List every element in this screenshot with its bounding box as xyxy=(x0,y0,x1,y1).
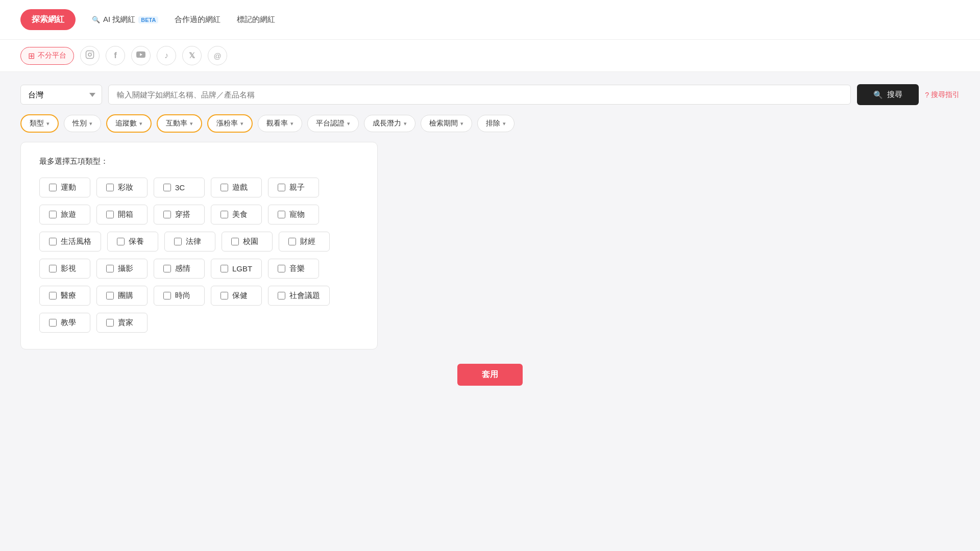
category-item-relationship[interactable]: 感情 xyxy=(154,259,205,279)
category-item-entertainment[interactable]: 影視 xyxy=(39,259,90,279)
category-checkbox-style[interactable] xyxy=(163,292,171,299)
filter-period-button[interactable]: 檢索期間 ▾ xyxy=(421,115,472,132)
category-item-gaming[interactable]: 遊戲 xyxy=(211,178,262,197)
category-item-lgbt[interactable]: LGBT xyxy=(211,259,262,279)
platform-all-button[interactable]: ⊞ 不分平台 xyxy=(20,47,74,65)
platform-threads-button[interactable]: @ xyxy=(208,46,227,65)
filter-row: 類型 ▾ 性別 ▾ 追蹤數 ▾ 互動率 ▾ 漲粉率 ▾ 觀看率 ▾ 平台認證 ▾… xyxy=(20,114,960,133)
category-checkbox-pet[interactable] xyxy=(278,211,285,218)
chevron-down-icon: ▾ xyxy=(190,120,193,127)
filter-type-button[interactable]: 類型 ▾ xyxy=(20,114,59,133)
chevron-down-icon: ▾ xyxy=(89,120,92,127)
filter-certification-button[interactable]: 平台認證 ▾ xyxy=(307,115,359,132)
search-guide-link[interactable]: ? 搜尋指引 xyxy=(925,90,960,99)
category-checkbox-campus[interactable] xyxy=(231,238,239,245)
category-item-makeup[interactable]: 彩妝 xyxy=(96,178,148,197)
platform-instagram-button[interactable] xyxy=(80,46,100,65)
filter-engagement-button[interactable]: 互動率 ▾ xyxy=(157,114,202,133)
category-checkbox-health[interactable] xyxy=(220,292,228,299)
category-checkbox-finance[interactable] xyxy=(288,238,296,245)
category-item-lifestyle[interactable]: 生活風格 xyxy=(39,232,101,252)
category-item-parenting[interactable]: 親子 xyxy=(268,178,319,197)
filter-view-rate-button[interactable]: 觀看率 ▾ xyxy=(258,115,302,132)
ai-search-button[interactable]: 🔍 AI 找網紅 BETA xyxy=(92,15,158,24)
filter-growth-rate-button[interactable]: 漲粉率 ▾ xyxy=(207,114,253,133)
category-checkbox-makeup[interactable] xyxy=(106,184,114,191)
category-checkbox-group-buy[interactable] xyxy=(106,292,114,299)
category-checkbox-social-issues[interactable] xyxy=(278,292,285,299)
category-item-teaching[interactable]: 教學 xyxy=(39,313,90,333)
category-item-social-issues[interactable]: 社會議題 xyxy=(268,286,330,306)
category-checkbox-travel[interactable] xyxy=(49,211,57,218)
chevron-down-icon: ▾ xyxy=(460,120,463,127)
grid-icon: ⊞ xyxy=(28,51,35,61)
category-checkbox-parenting[interactable] xyxy=(278,184,285,191)
category-item-style[interactable]: 時尚 xyxy=(154,286,205,306)
category-checkbox-gaming[interactable] xyxy=(220,184,228,191)
platform-facebook-button[interactable]: f xyxy=(106,46,125,65)
beta-badge: BETA xyxy=(138,16,158,23)
filter-followers-button[interactable]: 追蹤數 ▾ xyxy=(106,114,152,133)
category-item-pet[interactable]: 寵物 xyxy=(268,205,319,224)
category-checkbox-seller[interactable] xyxy=(106,319,114,327)
tagged-influencer-button[interactable]: 標記的網紅 xyxy=(237,15,275,24)
category-checkbox-lifestyle[interactable] xyxy=(49,238,57,245)
platform-youtube-button[interactable] xyxy=(131,46,151,65)
category-checkbox-teaching[interactable] xyxy=(49,319,57,327)
filter-gender-button[interactable]: 性別 ▾ xyxy=(64,115,101,132)
category-item-unboxing[interactable]: 開箱 xyxy=(96,205,148,224)
category-checkbox-unboxing[interactable] xyxy=(106,211,114,218)
category-checkbox-sport[interactable] xyxy=(49,184,57,191)
category-item-tech[interactable]: 3C xyxy=(154,178,205,197)
youtube-icon xyxy=(136,51,145,60)
explore-influencer-button[interactable]: 探索網紅 xyxy=(20,9,76,30)
category-item-finance[interactable]: 財經 xyxy=(279,232,330,252)
category-checkbox-music[interactable] xyxy=(278,265,285,272)
category-item-food[interactable]: 美食 xyxy=(211,205,262,224)
twitter-icon: 𝕏 xyxy=(189,51,195,60)
apply-section: 套用 xyxy=(20,364,960,386)
main-content: 台灣 🔍 搜尋 ? 搜尋指引 類型 ▾ 性別 ▾ 追蹤數 ▾ 互動率 ▾ xyxy=(0,72,980,398)
category-item-photography[interactable]: 攝影 xyxy=(96,259,148,279)
top-navigation: 探索網紅 🔍 AI 找網紅 BETA 合作過的網紅 標記的網紅 xyxy=(0,0,980,40)
platform-twitter-button[interactable]: 𝕏 xyxy=(182,46,202,65)
category-item-medical[interactable]: 醫療 xyxy=(39,286,90,306)
category-item-fashion[interactable]: 穿搭 xyxy=(154,205,205,224)
collab-influencer-button[interactable]: 合作過的網紅 xyxy=(175,15,220,24)
category-row-1: 運動 彩妝 3C 遊戲 親子 xyxy=(39,178,359,197)
category-checkbox-law[interactable] xyxy=(174,238,182,245)
category-checkbox-lgbt[interactable] xyxy=(220,265,228,272)
category-row-5: 醫療 團購 時尚 保健 社會議題 xyxy=(39,286,359,306)
svg-point-1 xyxy=(88,53,91,56)
category-item-sport[interactable]: 運動 xyxy=(39,178,90,197)
category-checkbox-food[interactable] xyxy=(220,211,228,218)
category-row-4: 影視 攝影 感情 LGBT 音樂 xyxy=(39,259,359,279)
category-item-music[interactable]: 音樂 xyxy=(268,259,319,279)
category-checkbox-relationship[interactable] xyxy=(163,265,171,272)
category-item-law[interactable]: 法律 xyxy=(164,232,215,252)
category-checkbox-medical[interactable] xyxy=(49,292,57,299)
instagram-icon xyxy=(85,50,94,62)
category-item-group-buy[interactable]: 團購 xyxy=(96,286,148,306)
category-grid: 運動 彩妝 3C 遊戲 親子 xyxy=(39,178,359,333)
chevron-down-icon: ▾ xyxy=(347,120,350,127)
category-item-skincare[interactable]: 保養 xyxy=(107,232,158,252)
category-checkbox-fashion[interactable] xyxy=(163,211,171,218)
category-checkbox-skincare[interactable] xyxy=(117,238,125,245)
platform-tiktok-button[interactable]: ♪ xyxy=(157,46,176,65)
search-icon: 🔍 xyxy=(873,90,883,99)
country-select[interactable]: 台灣 xyxy=(20,85,102,105)
search-input[interactable] xyxy=(108,85,851,105)
category-checkbox-entertainment[interactable] xyxy=(49,265,57,272)
search-button[interactable]: 🔍 搜尋 xyxy=(857,84,919,105)
filter-potential-button[interactable]: 成長潛力 ▾ xyxy=(364,115,415,132)
category-checkbox-tech[interactable] xyxy=(163,184,171,191)
category-checkbox-photography[interactable] xyxy=(106,265,114,272)
category-item-health[interactable]: 保健 xyxy=(211,286,262,306)
category-item-campus[interactable]: 校園 xyxy=(222,232,273,252)
apply-button[interactable]: 套用 xyxy=(457,364,523,386)
category-row-3: 生活風格 保養 法律 校園 財經 xyxy=(39,232,359,252)
filter-exclude-button[interactable]: 排除 ▾ xyxy=(477,115,514,132)
category-item-travel[interactable]: 旅遊 xyxy=(39,205,90,224)
category-item-seller[interactable]: 賣家 xyxy=(96,313,148,333)
